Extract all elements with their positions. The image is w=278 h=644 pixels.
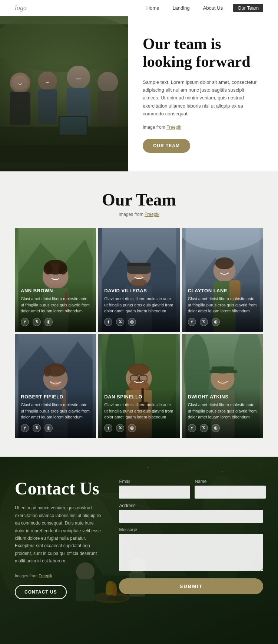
robert-facebook-icon[interactable]: f — [21, 424, 29, 432]
ann-desc: Glavi amet ritnisi libero molestie ante … — [21, 296, 90, 314]
svg-point-47 — [51, 381, 60, 386]
message-group: Message — [119, 527, 263, 571]
team-card-david[interactable]: DAVID VILLEGAS Glavi amet ritnisi libero… — [98, 228, 179, 332]
david-name: DAVID VILLEGAS — [104, 288, 173, 293]
robert-instagram-icon[interactable]: ◎ — [44, 424, 53, 432]
team-card-ann[interactable]: ANN BROWN Glavi amet ritnisi libero mole… — [15, 228, 96, 332]
contact-form: Email Name Address Message SUBMIT — [119, 479, 263, 594]
name-input[interactable] — [195, 486, 266, 499]
svg-point-88 — [148, 467, 149, 468]
navbar: logo Home Landing About Us Our Team — [0, 0, 278, 16]
hero-content: Our team is looking forward Sample text.… — [128, 16, 278, 171]
david-overlay: DAVID VILLEGAS Glavi amet ritnisi libero… — [98, 282, 179, 332]
svg-point-44 — [44, 366, 51, 377]
robert-social: f 𝕏 ◎ — [21, 424, 90, 432]
team-card-clayton[interactable]: CLAYTON LANE Glavi amet ritnisi libero m… — [182, 228, 263, 332]
hero-freepik-link[interactable]: Freepik — [166, 125, 181, 130]
dwight-overlay: DWIGHT ATKINS Glavi amet ritnisi libero … — [182, 388, 263, 438]
nav-about[interactable]: About Us — [200, 4, 226, 12]
svg-point-8 — [67, 66, 90, 89]
nav-landing[interactable]: Landing — [169, 4, 192, 12]
message-textarea[interactable] — [119, 534, 263, 571]
ann-instagram-icon[interactable]: ◎ — [44, 318, 53, 326]
email-input[interactable] — [119, 486, 190, 499]
contact-us-button[interactable]: CONTACT US — [15, 585, 67, 599]
clayton-facebook-icon[interactable]: f — [188, 318, 196, 326]
contact-section: Contact Us Ut enim ad minim veniam, quis… — [0, 457, 278, 644]
name-group: Name — [195, 479, 266, 499]
david-desc: Glavi amet ritnisi libero molestie ante … — [104, 296, 173, 314]
hero-title: Our team is looking forward — [143, 35, 259, 71]
svg-point-12 — [97, 72, 118, 92]
email-group: Email — [119, 479, 190, 499]
contact-description: Ut enim ad minim veniam, quis nostrud ex… — [15, 504, 104, 565]
svg-point-32 — [135, 275, 143, 278]
clayton-desc: Glavi amet ritnisi libero molestie ante … — [188, 296, 257, 314]
ann-name: ANN BROWN — [21, 288, 90, 293]
team-freepik-link[interactable]: Freepik — [145, 212, 159, 217]
hero-description: Sample text. Lorem ipsum dolor sit amet,… — [143, 78, 259, 118]
dwight-name: DWIGHT ATKINS — [188, 394, 257, 400]
nav-links: Home Landing About Us Our Team — [143, 4, 263, 12]
team-card-robert[interactable]: ROBERT FIFIELD Glavi amet ritnisi libero… — [15, 334, 96, 438]
svg-rect-4 — [10, 92, 30, 125]
svg-rect-14 — [0, 145, 128, 163]
hero-our-team-button[interactable]: OUR TEAM — [143, 139, 190, 153]
submit-button[interactable]: SUBMIT — [119, 578, 263, 594]
ann-social: f 𝕏 ◎ — [21, 318, 90, 326]
svg-point-89 — [185, 464, 186, 464]
team-section-title: Our Team — [15, 190, 263, 210]
logo[interactable]: logo — [15, 4, 27, 12]
ann-twitter-icon[interactable]: 𝕏 — [33, 318, 41, 326]
dan-desc: Glavi amet ritnisi libero molestie ante … — [104, 402, 173, 420]
dan-facebook-icon[interactable]: f — [104, 424, 112, 432]
dan-instagram-icon[interactable]: ◎ — [128, 424, 136, 432]
svg-point-92 — [166, 460, 167, 461]
name-label: Name — [195, 479, 266, 484]
svg-point-5 — [12, 76, 28, 90]
contact-inner: Contact Us Ut enim ad minim veniam, quis… — [15, 479, 263, 599]
dwight-social: f 𝕏 ◎ — [188, 424, 257, 432]
svg-point-68 — [218, 381, 226, 385]
svg-point-91 — [259, 466, 260, 466]
svg-point-37 — [215, 257, 234, 269]
dan-twitter-icon[interactable]: 𝕏 — [116, 424, 124, 432]
address-input[interactable] — [119, 510, 263, 523]
dwight-facebook-icon[interactable]: f — [188, 424, 196, 432]
svg-point-90 — [222, 471, 223, 472]
david-twitter-icon[interactable]: 𝕏 — [116, 318, 124, 326]
clayton-instagram-icon[interactable]: ◎ — [212, 318, 220, 326]
contact-title: Contact Us — [15, 479, 104, 499]
dwight-twitter-icon[interactable]: 𝕏 — [200, 424, 208, 432]
svg-point-3 — [10, 73, 30, 93]
clayton-name: CLAYTON LANE — [188, 288, 257, 293]
contact-image-credit: Images from Freepik — [15, 572, 104, 579]
ann-facebook-icon[interactable]: f — [21, 318, 29, 326]
team-card-dan[interactable]: DAN SPINELLO Glavi amet ritnisi libero m… — [98, 334, 179, 438]
robert-name: ROBERT FIFIELD — [21, 394, 90, 400]
contact-freepik-link[interactable]: Freepik — [39, 574, 52, 578]
dan-overlay: DAN SPINELLO Glavi amet ritnisi libero m… — [98, 388, 179, 438]
team-grid: ANN BROWN Glavi amet ritnisi libero mole… — [15, 228, 263, 438]
clayton-overlay: CLAYTON LANE Glavi amet ritnisi libero m… — [182, 282, 263, 332]
svg-rect-13 — [97, 91, 118, 124]
svg-rect-10 — [59, 116, 88, 136]
robert-twitter-icon[interactable]: 𝕏 — [33, 424, 41, 432]
contact-left: Contact Us Ut enim ad minim veniam, quis… — [15, 479, 104, 599]
nav-home[interactable]: Home — [143, 4, 162, 12]
dan-social: f 𝕏 ◎ — [104, 424, 173, 432]
nav-our-team[interactable]: Our Team — [233, 4, 263, 12]
clayton-twitter-icon[interactable]: 𝕏 — [200, 318, 208, 326]
svg-point-6 — [38, 72, 57, 91]
team-card-dwight[interactable]: DWIGHT ATKINS Glavi amet ritnisi libero … — [182, 334, 263, 438]
email-label: Email — [119, 479, 190, 484]
svg-rect-11 — [60, 117, 87, 135]
address-label: Address — [119, 503, 263, 508]
team-credits: Images from Freepik — [15, 212, 263, 217]
svg-point-21 — [44, 263, 53, 275]
david-facebook-icon[interactable]: f — [104, 318, 112, 326]
dwight-instagram-icon[interactable]: ◎ — [212, 424, 220, 432]
svg-rect-66 — [209, 370, 237, 373]
team-section: Our Team Images from Freepik — [0, 171, 278, 457]
david-instagram-icon[interactable]: ◎ — [128, 318, 136, 326]
